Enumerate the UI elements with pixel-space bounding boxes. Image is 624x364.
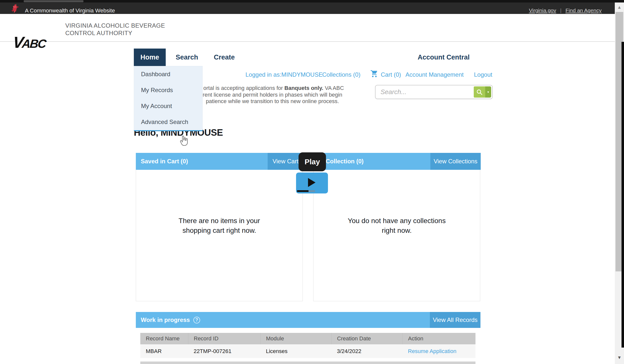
window-top-strip-segment (24, 0, 83, 2)
video-play-button[interactable] (296, 173, 328, 193)
records-table-header-row: Record Name Record ID Module Creation Da… (140, 333, 475, 344)
collection-panel: Collection (0) View Collections You do n… (313, 153, 480, 301)
commonwealth-bar: A Commonwealth of Virginia Website Virgi… (0, 2, 624, 14)
cart-link[interactable]: Cart (0) (381, 71, 401, 78)
announcement-text: ortal is accepting applications for Banq… (203, 85, 378, 105)
app-window: A Commonwealth of Virginia Website Virgi… (0, 0, 624, 364)
window-top-strip (0, 0, 624, 2)
menu-item-advanced-search[interactable]: Advanced Search (134, 114, 202, 130)
cart-empty-message: There are no items in your shopping cart… (136, 216, 303, 235)
virginia-gov-link[interactable]: Virginia.gov (529, 7, 556, 13)
col-record-name: Record Name (140, 333, 188, 344)
org-name-line1: VIRGINIA ALCOHOLIC BEVERAGE (65, 22, 165, 29)
play-tooltip[interactable]: Play (299, 152, 326, 171)
cart-icon[interactable] (370, 70, 378, 78)
view-cart-button[interactable]: View Cart (268, 153, 303, 170)
org-name-line2: CONTROL AUTHORITY (65, 29, 165, 37)
announcement-line3: patience while we transition to this new… (206, 98, 378, 105)
find-agency-link[interactable]: Find an Agency (565, 7, 602, 13)
collections-link[interactable]: Collections (0) (322, 71, 360, 78)
logout-link[interactable]: Logout (474, 71, 492, 78)
cell-action: Resume Application (402, 344, 475, 358)
session-bar: Logged in as:MINDYMOUSE Collections (0) … (0, 71, 503, 77)
help-icon[interactable]: ? (193, 317, 200, 323)
nav-account-central[interactable]: Account Central (418, 49, 470, 66)
site-header: VABC VIRGINIA ALCOHOLIC BEVERAGE CONTROL… (0, 14, 624, 42)
announcement-line1-post: VA ABC (323, 85, 344, 91)
logged-in-as: Logged in as:MINDYMOUSE (245, 71, 322, 78)
cart-panel-header: Saved in Cart (0) (136, 153, 268, 170)
search-options-caret[interactable]: ▾ (485, 86, 491, 98)
search-input[interactable] (380, 87, 472, 97)
cart-empty-line1: There are no items in your (136, 216, 303, 226)
announcement-line1: ortal is accepting applications for Banq… (203, 85, 378, 92)
menu-item-dashboard[interactable]: Dashboard (134, 66, 202, 82)
vaabc-logo: VABC (12, 32, 69, 53)
collection-empty-line2: right now. (313, 226, 480, 235)
play-icon (308, 178, 315, 187)
link-separator: | (560, 7, 561, 13)
menu-item-my-records[interactable]: My Records (134, 82, 202, 98)
nav-tab-create[interactable]: Create (214, 49, 235, 66)
collection-empty-line1: You do not have any collections (313, 216, 480, 226)
menu-item-my-account[interactable]: My Account (134, 98, 202, 114)
collection-panel-header: Collection (0) (313, 153, 431, 170)
video-progress-light (309, 190, 315, 192)
cell-record-id: 22TMP-007261 (188, 344, 260, 358)
nav-tab-home[interactable]: Home (134, 49, 166, 66)
col-module: Module (260, 333, 331, 344)
col-creation-date: Creation Date (331, 333, 402, 344)
right-edge-strip (622, 42, 624, 348)
hand-cursor-icon (179, 134, 189, 148)
view-collections-button[interactable]: View Collections (430, 153, 481, 170)
col-action: Action (402, 333, 475, 344)
scrollbar-up-arrow[interactable]: ▲ (615, 2, 624, 12)
site-search: ▾ (375, 85, 493, 99)
work-panel-header: Work in progress ? (136, 312, 480, 328)
caret-down-icon: ▾ (487, 90, 489, 94)
logo-abc: ABC (21, 37, 46, 50)
collection-empty-message: You do not have any collections right no… (313, 216, 480, 235)
records-table: Record Name Record ID Module Creation Da… (140, 333, 475, 358)
commonwealth-text: A Commonwealth of Virginia Website (25, 7, 115, 14)
gov-links: Virginia.gov|Find an Agency (526, 7, 604, 13)
saved-in-cart-panel: Saved in Cart (0) View Cart There are no… (136, 153, 303, 301)
col-record-id: Record ID (188, 333, 260, 344)
table-row: MBAR 22TMP-007261 Licenses 3/24/2022 Res… (140, 344, 475, 358)
view-all-records-button[interactable]: View All Records (430, 312, 480, 328)
video-progress-dark (297, 190, 309, 192)
account-management-link[interactable]: Account Management (405, 71, 464, 78)
cell-record-name: MBAR (140, 344, 188, 358)
cardinal-icon (10, 3, 22, 13)
cell-module: Licenses (260, 344, 331, 358)
cell-creation-date: 3/24/2022 (331, 344, 402, 358)
scrollbar-down-arrow[interactable]: ▼ (615, 353, 624, 363)
search-icon (476, 89, 483, 95)
cart-empty-line2: shopping cart right now. (136, 226, 303, 235)
work-panel-title: Work in progress (141, 316, 190, 323)
home-dropdown-menu: Dashboard My Records My Account Advanced… (134, 66, 203, 131)
org-name: VIRGINIA ALCOHOLIC BEVERAGE CONTROL AUTH… (65, 22, 165, 37)
search-submit-button[interactable] (474, 86, 485, 98)
nav-tab-search[interactable]: Search (176, 49, 198, 66)
announcement-line2: rrent license and permit holders in phas… (201, 92, 378, 98)
announcement-line1-bold: Banquets only. (284, 85, 323, 91)
resume-application-link[interactable]: Resume Application (408, 348, 456, 354)
work-in-progress-panel: Work in progress ? View All Records Reco… (136, 312, 480, 364)
announcement-line1-pre: ortal is accepting applications for (203, 85, 284, 91)
